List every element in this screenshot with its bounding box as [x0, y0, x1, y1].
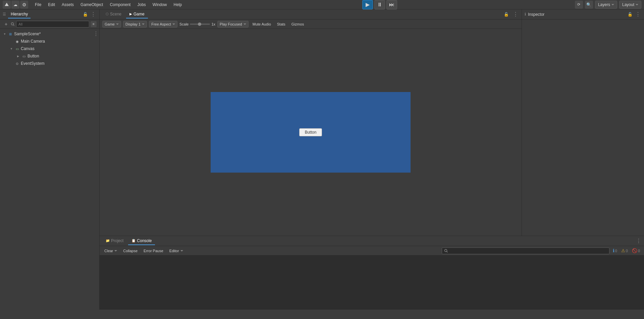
game-tab[interactable]: ▶ Game — [126, 10, 148, 18]
search-global-btn[interactable]: ⚙ — [20, 1, 28, 9]
scale-value: 1x — [211, 22, 215, 26]
view-lock-btn[interactable]: 🔓 — [503, 11, 509, 18]
view-more-btn[interactable]: ⋮ — [512, 11, 519, 18]
aspect-label: Free Aspect — [151, 22, 171, 26]
arrow-samplescene: ▼ — [3, 32, 7, 36]
stats-btn[interactable]: Stats — [275, 21, 287, 27]
tree-item-button[interactable]: ▶ ▭ Button — [0, 52, 99, 60]
svg-point-11 — [444, 249, 447, 252]
error-pause-btn[interactable]: Error Pause — [142, 248, 165, 254]
warn-count: 0 — [626, 249, 628, 253]
bottom-panel-tabs: 📁 Project 📋 Console ⋮ — [100, 236, 644, 246]
console-filter-icons: ℹ 0 ⚠ 0 🚫 0 — [611, 247, 641, 254]
svg-marker-1 — [611, 4, 614, 5]
tree-item-samplescene[interactable]: ▼ ⊞ SampleScene* ⋮ — [0, 30, 99, 38]
bottom-panel: 📁 Project 📋 Console ⋮ Clear Col — [100, 236, 644, 310]
error-count: 0 — [638, 249, 640, 253]
tree-label-samplescene: SampleScene* — [14, 32, 41, 36]
console-warn-filter[interactable]: ⚠ 0 — [620, 247, 629, 254]
console-info-filter[interactable]: ℹ 0 — [611, 247, 619, 254]
hierarchy-more-btn[interactable]: ⋮ — [90, 11, 97, 18]
view-panel-controls: 🔓 ⋮ — [503, 11, 519, 18]
collapse-btn-label: Collapse — [123, 249, 138, 253]
game-tab-label: Game — [133, 12, 145, 16]
history-btn[interactable]: ⟳ — [575, 1, 583, 9]
hierarchy-content: ▼ ⊞ SampleScene* ⋮ ▶ ◉ Main Camera ▼ ▭ C… — [0, 29, 99, 310]
button-icon: ▭ — [21, 54, 26, 58]
hierarchy-tab[interactable]: Hierarchy — [8, 10, 31, 18]
clear-btn[interactable]: Clear — [102, 248, 119, 254]
file-menu[interactable]: File — [32, 2, 44, 8]
hierarchy-header: ☰ Hierarchy 🔓 ⋮ — [0, 9, 99, 19]
window-menu[interactable]: Window — [150, 2, 170, 8]
layout-dropdown[interactable]: Layout — [619, 1, 641, 9]
aspect-dropdown[interactable]: Free Aspect — [149, 21, 177, 28]
gizmos-btn[interactable]: Gizmos — [289, 21, 306, 27]
play-focused-dropdown[interactable]: Play Focused — [217, 21, 249, 28]
hierarchy-tab-label: Hierarchy — [11, 12, 28, 16]
display-dropdown[interactable]: Display 1 — [123, 21, 147, 28]
step-button[interactable]: ⏭ — [386, 0, 397, 9]
ui-button-label: Button — [305, 130, 317, 135]
hierarchy-search-input[interactable] — [16, 21, 89, 28]
canvas-icon: ▭ — [15, 46, 19, 51]
scene-tab[interactable]: ⬡ Scene — [102, 10, 125, 18]
layers-dropdown[interactable]: Layers — [595, 1, 617, 9]
scale-slider[interactable] — [190, 24, 210, 25]
scene-tab-icon: ⬡ — [106, 12, 109, 16]
help-menu[interactable]: Help — [171, 2, 185, 8]
bottom-panel-more-btn[interactable]: ⋮ — [636, 238, 641, 244]
console-toolbar: Clear Collapse Error Pause Editor — [100, 246, 644, 256]
collapse-btn[interactable]: Collapse — [121, 248, 140, 254]
clear-btn-label: Clear — [104, 249, 113, 253]
gameobject-menu[interactable]: GameObject — [78, 2, 106, 8]
assets-menu[interactable]: Assets — [59, 2, 76, 8]
scale-control: Scale 1x — [179, 22, 215, 26]
play-button[interactable]: ▶ — [362, 0, 373, 9]
console-error-filter[interactable]: 🚫 0 — [631, 247, 641, 254]
inspector-controls: 🔓 ⋮ — [627, 11, 641, 18]
svg-line-4 — [13, 25, 14, 26]
pause-button[interactable]: ⏸ — [374, 0, 385, 9]
arrow-canvas: ▼ — [9, 47, 13, 51]
component-menu[interactable]: Component — [107, 2, 133, 8]
tree-item-eventsystem[interactable]: ▶ ⊙ EventSystem — [0, 60, 99, 67]
inspector-more-btn[interactable]: ⋮ — [635, 11, 641, 18]
editor-label: Editor — [169, 249, 179, 253]
jobs-menu[interactable]: Jobs — [135, 2, 148, 8]
display-label: Display 1 — [125, 22, 141, 26]
inspector-header: ℹ Inspector 🔓 ⋮ — [522, 9, 644, 19]
cloud-btn[interactable]: ☁ — [11, 1, 19, 9]
hierarchy-add-btn[interactable]: + — [3, 21, 9, 28]
unity-icon[interactable] — [3, 1, 11, 9]
layers-label: Layers — [598, 2, 610, 7]
project-tab-label: Project — [111, 238, 123, 243]
scale-thumb — [198, 22, 201, 26]
console-tab[interactable]: 📋 Console — [128, 237, 155, 245]
game-tab-icon: ▶ — [129, 12, 132, 16]
hierarchy-lock-btn[interactable]: 🔓 — [82, 11, 89, 18]
ui-button-widget[interactable]: Button — [299, 128, 322, 136]
game-dropdown[interactable]: Game — [102, 21, 121, 28]
svg-marker-6 — [142, 24, 145, 25]
svg-line-12 — [446, 251, 447, 252]
search-btn[interactable]: 🔍 — [585, 1, 593, 9]
game-label: Game — [105, 22, 115, 26]
project-tab[interactable]: 📁 Project — [102, 237, 127, 245]
inspector-panel: ℹ Inspector 🔓 ⋮ — [522, 9, 644, 236]
inspector-content — [522, 19, 644, 236]
inspector-lock-btn[interactable]: 🔓 — [627, 11, 633, 18]
game-canvas: Button — [211, 92, 411, 173]
hierarchy-panel: ☰ Hierarchy 🔓 ⋮ + ≡ ▼ ⊞ — [0, 9, 100, 310]
mute-audio-btn[interactable]: Mute Audio — [251, 21, 273, 27]
svg-point-3 — [11, 22, 14, 25]
hierarchy-search-options[interactable]: ≡ — [91, 21, 97, 27]
edit-menu[interactable]: Edit — [45, 2, 58, 8]
tree-item-maincamera[interactable]: ▶ ◉ Main Camera — [0, 38, 99, 45]
scene-options-btn[interactable]: ⋮ — [93, 31, 99, 37]
tree-label-maincamera: Main Camera — [21, 39, 45, 44]
error-pause-label: Error Pause — [144, 249, 163, 253]
tree-item-canvas[interactable]: ▼ ▭ Canvas — [0, 45, 99, 52]
editor-dropdown-btn[interactable]: Editor — [167, 248, 185, 254]
maincamera-icon: ◉ — [15, 39, 19, 44]
